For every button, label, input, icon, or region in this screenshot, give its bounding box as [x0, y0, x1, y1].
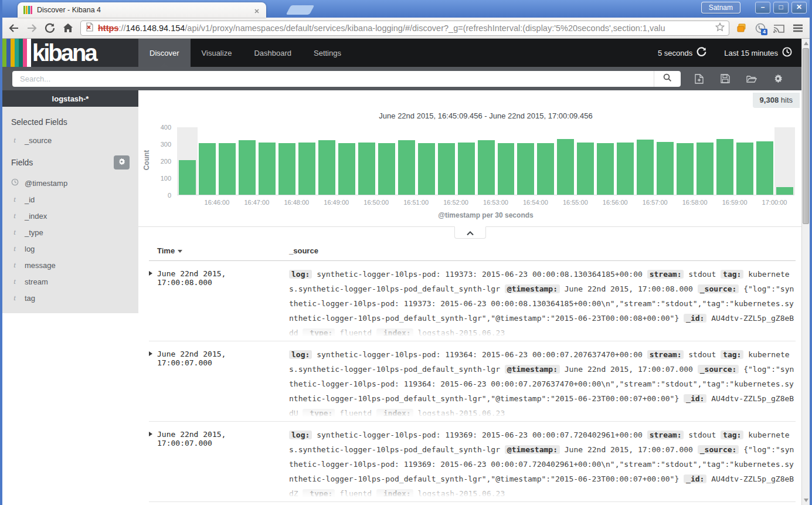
- settings-gear-icon[interactable]: [773, 73, 783, 84]
- field-chip[interactable]: _index:: [376, 489, 413, 497]
- index-pattern-selector[interactable]: logstash-*: [2, 90, 138, 107]
- histogram-bucket[interactable]: [557, 127, 574, 195]
- histogram-bucket[interactable]: [179, 127, 196, 195]
- forward-icon[interactable]: [26, 22, 38, 34]
- page-scrollbar[interactable]: [801, 39, 810, 505]
- histogram-bucket[interactable]: [259, 127, 276, 195]
- maximize-button[interactable]: □: [773, 2, 789, 13]
- scrollbar-up-icon[interactable]: [804, 42, 808, 45]
- minimize-button[interactable]: –: [755, 2, 770, 13]
- back-icon[interactable]: [8, 22, 19, 34]
- field-@timestamp[interactable]: @timestamp: [11, 175, 130, 191]
- url-bar[interactable]: https://146.148.94.154/api/v1/proxy/name…: [80, 21, 729, 36]
- field-chip[interactable]: log:: [289, 431, 312, 439]
- histogram-bar[interactable]: [756, 141, 773, 195]
- menu-icon[interactable]: [792, 22, 803, 33]
- url-text[interactable]: https://146.148.94.154/api/v1/proxy/name…: [98, 23, 712, 33]
- field-chip[interactable]: _source:: [698, 445, 739, 454]
- field-chip[interactable]: @timestamp:: [505, 284, 560, 293]
- expand-row-icon[interactable]: [149, 347, 157, 416]
- histogram-bucket[interactable]: [697, 127, 714, 195]
- histogram-bar[interactable]: [418, 143, 435, 195]
- histogram-bucket[interactable]: [776, 127, 793, 195]
- histogram-bar[interactable]: [458, 143, 475, 195]
- field-chip[interactable]: stream:: [647, 270, 684, 279]
- new-search-icon[interactable]: [694, 73, 704, 84]
- field-chip[interactable]: _id:: [684, 314, 706, 323]
- save-search-icon[interactable]: [720, 73, 731, 84]
- time-column-header[interactable]: Time: [149, 246, 285, 255]
- expand-row-icon[interactable]: [149, 428, 157, 497]
- histogram-bucket[interactable]: [537, 127, 554, 195]
- field-_id[interactable]: t_id: [11, 191, 130, 208]
- new-tab-button[interactable]: [286, 5, 315, 15]
- field-chip[interactable]: @timestamp:: [505, 445, 560, 454]
- histogram-bucket[interactable]: [398, 127, 415, 195]
- histogram-bucket[interactable]: [418, 127, 435, 195]
- field-chip[interactable]: _source:: [698, 284, 739, 293]
- histogram-bar[interactable]: [776, 187, 793, 195]
- scrollbar-down-icon[interactable]: [804, 499, 808, 502]
- histogram-bar[interactable]: [398, 140, 415, 195]
- histogram-bar[interactable]: [358, 143, 375, 195]
- field-log[interactable]: tlog: [11, 240, 130, 257]
- histogram-bar[interactable]: [657, 142, 674, 195]
- histogram-bucket[interactable]: [458, 127, 475, 195]
- histogram-bucket[interactable]: [438, 127, 455, 195]
- histogram-bucket[interactable]: [736, 127, 753, 195]
- histogram-bucket[interactable]: [637, 127, 654, 195]
- time-range-control[interactable]: Last 15 minutes: [724, 47, 792, 59]
- histogram-bar[interactable]: [716, 139, 733, 195]
- expand-row-icon[interactable]: [149, 267, 157, 336]
- histogram-bucket[interactable]: [298, 127, 315, 195]
- histogram-bucket[interactable]: [358, 127, 375, 195]
- field-stream[interactable]: tstream: [11, 273, 130, 290]
- field-chip[interactable]: _source:: [698, 365, 739, 374]
- nav-discover[interactable]: Discover: [138, 39, 191, 67]
- histogram-bucket[interactable]: [716, 127, 733, 195]
- histogram-bar[interactable]: [438, 143, 455, 195]
- histogram-bar[interactable]: [697, 143, 714, 195]
- histogram-bucket[interactable]: [378, 127, 395, 195]
- field-chip[interactable]: _id:: [684, 475, 706, 483]
- field-chip[interactable]: @timestamp:: [505, 365, 560, 374]
- field-chip[interactable]: _id:: [684, 394, 706, 403]
- histogram-bar[interactable]: [298, 143, 315, 195]
- histogram-bar[interactable]: [179, 160, 196, 195]
- search-button[interactable]: [654, 71, 681, 87]
- kibana-logo[interactable]: kibana: [2, 39, 138, 67]
- histogram-bar[interactable]: [278, 143, 295, 195]
- field-chip[interactable]: _index:: [376, 328, 413, 336]
- reload-icon[interactable]: [44, 22, 56, 34]
- histogram-bar[interactable]: [239, 140, 256, 195]
- field-tag[interactable]: ttag: [11, 290, 130, 306]
- histogram-bar[interactable]: [259, 143, 276, 195]
- histogram-bucket[interactable]: [219, 127, 236, 195]
- histogram-bar[interactable]: [338, 143, 355, 195]
- field-chip[interactable]: log:: [289, 350, 312, 359]
- field-settings-button[interactable]: [114, 155, 130, 170]
- histogram-bucket[interactable]: [239, 127, 256, 195]
- histogram-bucket[interactable]: [498, 127, 515, 195]
- field-chip[interactable]: tag:: [721, 431, 743, 439]
- field-chip[interactable]: _type:: [303, 328, 335, 336]
- close-button[interactable]: ✕: [791, 2, 807, 13]
- home-icon[interactable]: [62, 22, 74, 34]
- histogram-bucket[interactable]: [517, 127, 534, 195]
- scrollbar-thumb[interactable]: [803, 48, 809, 224]
- browser-profile-chip[interactable]: Satnam: [701, 2, 740, 13]
- histogram-bucket[interactable]: [657, 127, 674, 195]
- field-chip[interactable]: stream:: [647, 350, 684, 359]
- histogram-bucket[interactable]: [199, 127, 216, 195]
- field-chip[interactable]: log:: [289, 270, 312, 279]
- field-_source[interactable]: t_source: [11, 132, 130, 148]
- field-chip[interactable]: _type:: [303, 489, 335, 497]
- field-chip[interactable]: stream:: [647, 431, 684, 439]
- histogram-bar[interactable]: [498, 143, 515, 195]
- histogram-bar[interactable]: [736, 143, 753, 195]
- histogram-bar[interactable]: [577, 143, 594, 195]
- field-message[interactable]: tmessage: [11, 257, 130, 273]
- histogram-bucket[interactable]: [617, 127, 634, 195]
- field-_type[interactable]: t_type: [11, 224, 130, 240]
- collapse-chart-button[interactable]: [454, 226, 486, 239]
